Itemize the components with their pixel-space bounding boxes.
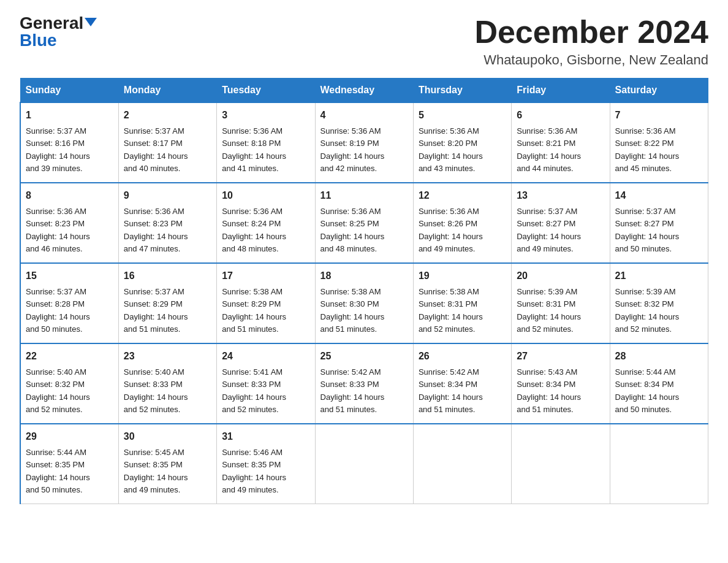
day-info: Sunrise: 5:37 AMSunset: 8:27 PMDaylight:… — [615, 207, 680, 253]
day-number: 5 — [419, 108, 506, 123]
month-title: December 2024 — [474, 15, 708, 50]
day-number: 14 — [615, 188, 703, 203]
day-info: Sunrise: 5:37 AMSunset: 8:16 PMDaylight:… — [26, 126, 90, 173]
weekday-header-thursday: Thursday — [413, 79, 511, 103]
day-number: 23 — [124, 349, 211, 364]
day-info: Sunrise: 5:45 AMSunset: 8:35 PMDaylight:… — [124, 448, 188, 494]
day-number: 19 — [419, 269, 506, 283]
calendar-cell: 4 Sunrise: 5:36 AMSunset: 8:19 PMDayligh… — [315, 102, 413, 183]
week-row-2: 8 Sunrise: 5:36 AMSunset: 8:23 PMDayligh… — [20, 183, 708, 263]
calendar-cell: 8 Sunrise: 5:36 AMSunset: 8:23 PMDayligh… — [20, 183, 118, 263]
calendar-cell — [315, 424, 413, 504]
day-info: Sunrise: 5:40 AMSunset: 8:32 PMDaylight:… — [26, 367, 90, 414]
day-number: 10 — [222, 188, 309, 203]
day-number: 28 — [615, 349, 703, 364]
day-info: Sunrise: 5:36 AMSunset: 8:20 PMDaylight:… — [419, 126, 483, 173]
calendar-cell: 26 Sunrise: 5:42 AMSunset: 8:34 PMDaylig… — [413, 343, 511, 424]
day-number: 13 — [517, 188, 604, 203]
logo-triangle-icon — [85, 18, 97, 26]
day-number: 2 — [124, 108, 211, 123]
day-info: Sunrise: 5:36 AMSunset: 8:19 PMDaylight:… — [320, 126, 385, 173]
page-header: General Blue December 2024 Whataupoko, G… — [20, 15, 708, 68]
day-info: Sunrise: 5:36 AMSunset: 8:23 PMDaylight:… — [124, 207, 188, 253]
calendar-cell: 9 Sunrise: 5:36 AMSunset: 8:23 PMDayligh… — [118, 183, 216, 263]
day-number: 29 — [26, 429, 113, 444]
calendar-cell: 11 Sunrise: 5:36 AMSunset: 8:25 PMDaylig… — [315, 183, 413, 263]
calendar-cell: 30 Sunrise: 5:45 AMSunset: 8:35 PMDaylig… — [118, 424, 216, 504]
calendar-cell: 13 Sunrise: 5:37 AMSunset: 8:27 PMDaylig… — [512, 183, 610, 263]
logo-line2: Blue — [20, 32, 57, 49]
weekday-header-saturday: Saturday — [610, 79, 708, 103]
day-number: 31 — [222, 429, 309, 444]
day-info: Sunrise: 5:36 AMSunset: 8:18 PMDaylight:… — [222, 126, 286, 173]
day-number: 26 — [419, 349, 506, 364]
calendar-cell: 12 Sunrise: 5:36 AMSunset: 8:26 PMDaylig… — [413, 183, 511, 263]
location-title: Whataupoko, Gisborne, New Zealand — [474, 52, 708, 68]
calendar-cell: 22 Sunrise: 5:40 AMSunset: 8:32 PMDaylig… — [20, 343, 118, 424]
calendar-cell: 17 Sunrise: 5:38 AMSunset: 8:29 PMDaylig… — [217, 263, 315, 343]
day-info: Sunrise: 5:38 AMSunset: 8:29 PMDaylight:… — [222, 287, 286, 334]
day-info: Sunrise: 5:36 AMSunset: 8:23 PMDaylight:… — [26, 207, 90, 253]
day-number: 24 — [222, 349, 309, 364]
calendar-cell: 6 Sunrise: 5:36 AMSunset: 8:21 PMDayligh… — [512, 102, 610, 183]
calendar-cell — [413, 424, 511, 504]
calendar-table: SundayMondayTuesdayWednesdayThursdayFrid… — [20, 78, 708, 504]
day-info: Sunrise: 5:38 AMSunset: 8:30 PMDaylight:… — [320, 287, 385, 334]
weekday-header-wednesday: Wednesday — [315, 79, 413, 103]
day-number: 12 — [419, 188, 506, 203]
calendar-cell: 21 Sunrise: 5:39 AMSunset: 8:32 PMDaylig… — [610, 263, 708, 343]
calendar-cell: 25 Sunrise: 5:42 AMSunset: 8:33 PMDaylig… — [315, 343, 413, 424]
calendar-cell: 29 Sunrise: 5:44 AMSunset: 8:35 PMDaylig… — [20, 424, 118, 504]
calendar-cell — [512, 424, 610, 504]
day-number: 27 — [517, 349, 604, 364]
weekday-header-sunday: Sunday — [20, 79, 118, 103]
week-row-5: 29 Sunrise: 5:44 AMSunset: 8:35 PMDaylig… — [20, 424, 708, 504]
weekday-header-friday: Friday — [512, 79, 610, 103]
calendar-cell: 14 Sunrise: 5:37 AMSunset: 8:27 PMDaylig… — [610, 183, 708, 263]
day-info: Sunrise: 5:40 AMSunset: 8:33 PMDaylight:… — [124, 367, 188, 414]
day-number: 22 — [26, 349, 113, 364]
day-number: 9 — [124, 188, 211, 203]
day-info: Sunrise: 5:39 AMSunset: 8:31 PMDaylight:… — [517, 287, 581, 334]
calendar-cell: 24 Sunrise: 5:41 AMSunset: 8:33 PMDaylig… — [217, 343, 315, 424]
calendar-cell: 2 Sunrise: 5:37 AMSunset: 8:17 PMDayligh… — [118, 102, 216, 183]
day-number: 16 — [124, 269, 211, 283]
calendar-cell: 20 Sunrise: 5:39 AMSunset: 8:31 PMDaylig… — [512, 263, 610, 343]
day-number: 15 — [26, 269, 113, 283]
day-info: Sunrise: 5:43 AMSunset: 8:34 PMDaylight:… — [517, 367, 581, 414]
calendar-cell — [610, 424, 708, 504]
calendar-cell: 19 Sunrise: 5:38 AMSunset: 8:31 PMDaylig… — [413, 263, 511, 343]
day-number: 25 — [320, 349, 408, 364]
day-number: 11 — [320, 188, 408, 203]
day-info: Sunrise: 5:36 AMSunset: 8:26 PMDaylight:… — [419, 207, 483, 253]
calendar-cell: 15 Sunrise: 5:37 AMSunset: 8:28 PMDaylig… — [20, 263, 118, 343]
week-row-1: 1 Sunrise: 5:37 AMSunset: 8:16 PMDayligh… — [20, 102, 708, 183]
day-info: Sunrise: 5:36 AMSunset: 8:24 PMDaylight:… — [222, 207, 286, 253]
day-info: Sunrise: 5:41 AMSunset: 8:33 PMDaylight:… — [222, 367, 286, 414]
day-number: 3 — [222, 108, 309, 123]
day-number: 1 — [26, 108, 113, 123]
day-info: Sunrise: 5:44 AMSunset: 8:34 PMDaylight:… — [615, 367, 680, 414]
day-number: 18 — [320, 269, 408, 283]
calendar-cell: 10 Sunrise: 5:36 AMSunset: 8:24 PMDaylig… — [217, 183, 315, 263]
calendar-cell: 31 Sunrise: 5:46 AMSunset: 8:35 PMDaylig… — [217, 424, 315, 504]
calendar-cell: 3 Sunrise: 5:36 AMSunset: 8:18 PMDayligh… — [217, 102, 315, 183]
weekday-header-row: SundayMondayTuesdayWednesdayThursdayFrid… — [20, 79, 708, 103]
day-info: Sunrise: 5:42 AMSunset: 8:34 PMDaylight:… — [419, 367, 483, 414]
day-info: Sunrise: 5:44 AMSunset: 8:35 PMDaylight:… — [26, 448, 90, 494]
day-info: Sunrise: 5:39 AMSunset: 8:32 PMDaylight:… — [615, 287, 680, 334]
day-info: Sunrise: 5:46 AMSunset: 8:35 PMDaylight:… — [222, 448, 286, 494]
day-number: 4 — [320, 108, 408, 123]
day-info: Sunrise: 5:37 AMSunset: 8:28 PMDaylight:… — [26, 287, 90, 334]
calendar-cell: 5 Sunrise: 5:36 AMSunset: 8:20 PMDayligh… — [413, 102, 511, 183]
day-number: 30 — [124, 429, 211, 444]
calendar-cell: 16 Sunrise: 5:37 AMSunset: 8:29 PMDaylig… — [118, 263, 216, 343]
day-info: Sunrise: 5:36 AMSunset: 8:25 PMDaylight:… — [320, 207, 385, 253]
day-number: 8 — [26, 188, 113, 203]
day-info: Sunrise: 5:37 AMSunset: 8:17 PMDaylight:… — [124, 126, 188, 173]
day-info: Sunrise: 5:37 AMSunset: 8:29 PMDaylight:… — [124, 287, 188, 334]
day-number: 21 — [615, 269, 703, 283]
day-info: Sunrise: 5:36 AMSunset: 8:22 PMDaylight:… — [615, 126, 680, 173]
weekday-header-tuesday: Tuesday — [217, 79, 315, 103]
calendar-cell: 27 Sunrise: 5:43 AMSunset: 8:34 PMDaylig… — [512, 343, 610, 424]
